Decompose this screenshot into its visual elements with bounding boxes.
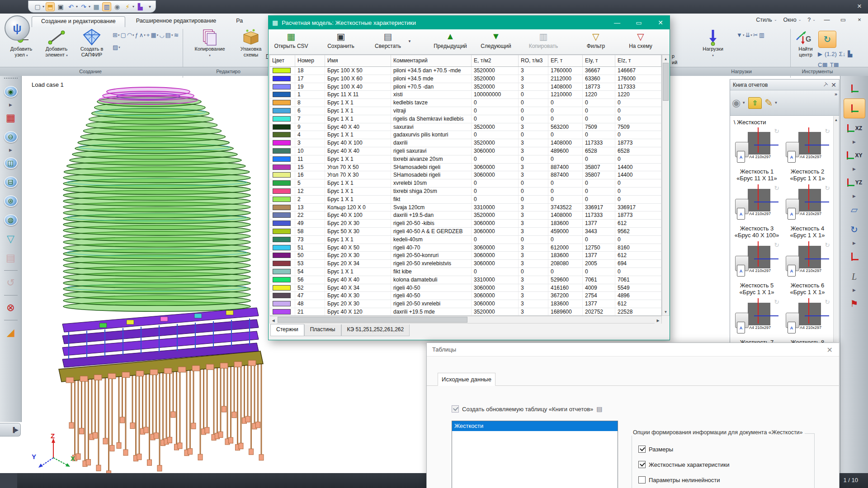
edit-report-button[interactable]: ✎▼: [764, 97, 778, 109]
next-button[interactable]: ▼Следующий: [476, 31, 515, 53]
table-row[interactable]: 50Брус 20 X 30rigeli 20-50-konruri306000…: [270, 252, 661, 260]
diagram-3d-icon[interactable]: ▙: [136, 2, 145, 11]
tab-source-data[interactable]: Исходные данные: [438, 373, 495, 386]
table-row[interactable]: 21Брус 40 X 120daxrili +19.5 mde35200003…: [270, 308, 661, 316]
previous-button[interactable]: ▲Предыдущий: [430, 31, 470, 53]
redo-icon[interactable]: ↷: [79, 2, 88, 11]
mini-tool-icon[interactable]: ✂: [753, 29, 758, 41]
erase-selection-tool[interactable]: ⊗: [2, 298, 19, 317]
flyout-arrow-icon[interactable]: ▶: [846, 192, 863, 200]
ribbon-tab-3[interactable]: Ра: [227, 16, 252, 27]
save-button[interactable]: ▣Сохранить: [323, 31, 359, 53]
snapshot-icon[interactable]: ◉: [113, 2, 122, 11]
new-document-icon[interactable]: ▢: [33, 2, 42, 11]
view-isometric-button[interactable]: [844, 79, 865, 99]
horizontal-scrollbar[interactable]: ◀ ▶: [269, 316, 662, 324]
table-row[interactable]: 6Брус 1 X 1vitraji00000: [270, 107, 661, 115]
create-sapfir-button[interactable]: Создать вСАПФИР: [75, 28, 108, 66]
option-2[interactable]: Жесткостные характеристики: [638, 461, 729, 468]
open-csv-button[interactable]: ▦Открыть CSV: [272, 31, 310, 53]
auto-rotate-button[interactable]: ↻: [818, 31, 836, 48]
table-row[interactable]: 4Брус 1 X 1gadaxurvis pilis konturi00000: [270, 131, 661, 139]
toolbar-collapse-handle[interactable]: ▐▶: [0, 423, 21, 436]
flyout-arrow-icon[interactable]: ▶: [846, 165, 863, 173]
flyout-arrow-icon[interactable]: ▶: [2, 146, 19, 154]
highlight-tool[interactable]: ◢: [2, 323, 19, 342]
report-item[interactable]: ↻AA4 210x297Жесткость 3«Брус 40 X 100»: [732, 184, 782, 239]
export-report-button[interactable]: ⇧: [748, 97, 762, 109]
panel-scrollbar[interactable]: ▲: [833, 116, 839, 342]
chevron-more-icon[interactable]: »: [835, 91, 837, 97]
table-row[interactable]: 3Брус 40 X 100daxrili3520000314080001173…: [270, 139, 661, 147]
copy-scheme-button[interactable]: Копирование▾: [188, 28, 231, 66]
add-element-button[interactable]: Добавитьэлемент ▾: [40, 28, 73, 66]
close-icon[interactable]: ×: [854, 16, 864, 23]
flyout-arrow-icon[interactable]: ▶: [846, 239, 863, 247]
table-row[interactable]: 58Брус 50 X 30rigeli 40-50 A & E GERDZEB…: [270, 228, 661, 236]
filter-button[interactable]: ▽Фильтр: [581, 31, 610, 53]
pack-scheme-button[interactable]: Упаковкасхемы: [234, 28, 268, 66]
scroll-left-icon[interactable]: ◀: [270, 317, 277, 324]
scroll-down-icon[interactable]: ▼: [662, 308, 669, 315]
undo-icon[interactable]: ↶: [66, 2, 75, 11]
tab-3[interactable]: КЭ 51,251,252,261,262: [341, 324, 410, 336]
close-icon[interactable]: ✕: [651, 16, 670, 29]
minimize-icon[interactable]: —: [608, 16, 626, 29]
table-row[interactable]: 54Брус 1 X 1fikt kibe00000: [270, 268, 661, 276]
fragment-structure-tool[interactable]: ▤: [2, 249, 19, 267]
table-row[interactable]: 47Брус 40 X 30rigeli 40-5030600003367200…: [270, 292, 661, 300]
table-row[interactable]: 1Брус 11 X 11xisti1000000000121000012201…: [270, 91, 661, 99]
flag-view-button[interactable]: ⚑: [844, 294, 865, 314]
mini-tool-icon[interactable]: ▦▾: [151, 29, 158, 41]
checkbox[interactable]: [638, 461, 646, 468]
menu-?[interactable]: ?⌄: [807, 17, 816, 23]
mini-tool-icon[interactable]: ⊞▾: [113, 29, 119, 41]
table-row[interactable]: 7Брус 1 X 1rigelis da Shemkravi kedlebis…: [270, 115, 661, 123]
show-model-icon[interactable]: ▦: [92, 2, 101, 11]
dropdown-icon[interactable]: ▾: [89, 5, 90, 9]
mini-tool-icon[interactable]: ▢: [120, 29, 126, 41]
report-item[interactable]: ↻AA4 210x297Жесткость 6«Брус 1 X 1»: [783, 241, 832, 296]
close-icon[interactable]: ✕: [831, 81, 836, 89]
select-horizontal-elements-tool[interactable]: ⊟: [2, 173, 19, 192]
report-item[interactable]: ↻AA4 210x297Жесткость 1«Брус 11 X 11»: [732, 127, 782, 182]
maximize-icon[interactable]: ▭: [630, 16, 648, 29]
table-row[interactable]: 9Брус 40 X 40saxuravi3520000356320075097…: [270, 123, 661, 131]
flyout-arrow-icon[interactable]: ▶: [2, 101, 19, 108]
menu-Окно[interactable]: Окно⌄: [783, 17, 802, 23]
report-item[interactable]: ↻AA4 210x297Жесткость 5«Брус 1 X 1»: [732, 241, 782, 296]
more-commands-icon[interactable]: ▾: [149, 4, 151, 9]
table-row[interactable]: 22Брус 40 X 100daxrili +19.5-dan35200003…: [270, 211, 661, 220]
mini-tool-icon[interactable]: ⇊▾: [745, 29, 752, 41]
view-yz-button[interactable]: YZ: [844, 173, 865, 192]
table-row[interactable]: 18Брус 100 X 50piloni +34.5 dan +70.5 -m…: [270, 67, 661, 75]
select-by-axes-tool[interactable]: ⊛: [2, 192, 19, 211]
table-row[interactable]: 5Брус 1 X 1xvrelebi 10sm00000: [270, 179, 661, 188]
update-table-checkbox-row[interactable]: Создать обновляемую таблицу «Книги отчет…: [452, 405, 603, 413]
vertical-scrollbar[interactable]: ▲ ▼: [662, 55, 670, 316]
table-row[interactable]: 49Брус 20 X 30rigeli 20-50 -kibis3060000…: [270, 220, 661, 228]
option-3[interactable]: Параметры нелинейности: [638, 476, 720, 483]
fragmentation-grid-tool[interactable]: ▦: [2, 108, 19, 127]
view-xz-button[interactable]: XZ: [844, 118, 865, 138]
table-row[interactable]: 48Брус 20 X 30rigeli 20-50 xvrelebi30600…: [270, 300, 661, 308]
ribbon-tab-1[interactable]: Создание и редактирование: [32, 16, 125, 27]
flyout-arrow-icon[interactable]: ▶: [846, 286, 863, 294]
minimize-icon[interactable]: —: [822, 16, 832, 23]
table-row[interactable]: 51Брус 40 X 50rigeli 40-7030600003612000…: [270, 244, 661, 252]
option-1[interactable]: Размеры: [638, 446, 673, 453]
dropdown-icon[interactable]: ▾: [132, 5, 134, 9]
mini-tool-icon[interactable]: ▨▾: [113, 42, 120, 53]
close-icon[interactable]: ✕: [827, 346, 833, 354]
pin-icon[interactable]: ⊤: [821, 81, 829, 89]
report-item[interactable]: ↻AA4 210x297Жесткость 4«Брус 1 X 1»: [783, 184, 832, 239]
checkbox[interactable]: [452, 405, 459, 413]
table-row[interactable]: 53Брус 20 X 34rigeli 20-50 xvrelebistvis…: [270, 260, 661, 268]
plane-view-button[interactable]: ▱: [844, 200, 865, 220]
mini-tool-icon[interactable]: ▼▾: [736, 29, 744, 41]
book-view-icon[interactable]: ▥: [102, 2, 111, 11]
tables-listbox[interactable]: Жесткости: [452, 421, 618, 488]
table-row[interactable]: 52Брус 40 X 34rigeli 40-5030600003416160…: [270, 284, 661, 292]
dropdown-icon[interactable]: ▾: [76, 5, 78, 9]
chevron-down-icon[interactable]: ▼: [408, 39, 411, 43]
